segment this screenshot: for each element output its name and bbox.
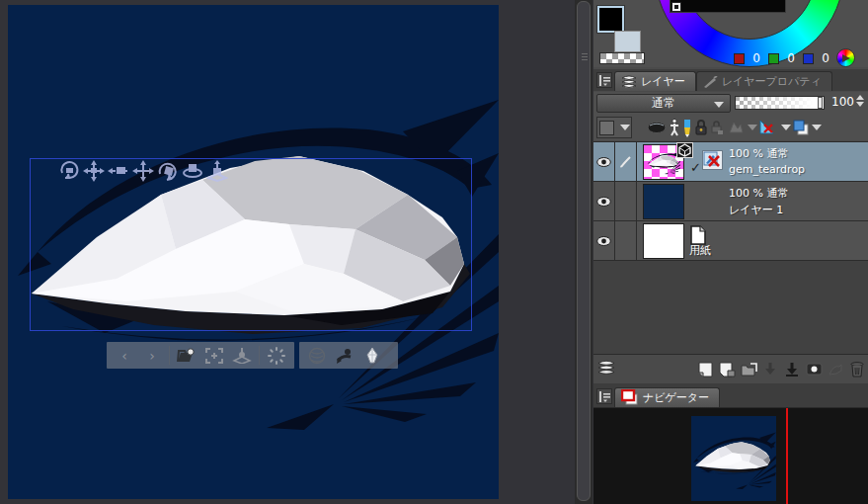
tab-layers[interactable]: レイヤー (614, 71, 696, 91)
navigator-thumbnail[interactable] (691, 416, 776, 501)
material-sphere-icon[interactable] (303, 344, 331, 367)
blend-mode-select[interactable]: 通常 (596, 94, 731, 113)
panel-menu-icon[interactable] (596, 388, 612, 404)
object-manipulation-bar (57, 159, 229, 183)
visibility-toggle[interactable] (593, 182, 615, 221)
green-value: 0 (785, 51, 797, 65)
chevron-down-icon (714, 102, 724, 108)
chevron-down-icon (781, 125, 791, 130)
layer-name: レイヤー 1 (729, 203, 783, 217)
check-icon: ✓ (690, 160, 701, 175)
lock-transparent-pixels-icon[interactable] (710, 117, 724, 138)
clip-studio-window: ‹ › (0, 0, 868, 504)
cannot-draw-badge (702, 150, 723, 170)
spin-up-icon[interactable] (856, 95, 864, 100)
blue-channel-swatch (803, 53, 814, 64)
layer-row-gem-teardrop[interactable]: ✓ 100 % 通常 gem_teardrop (593, 142, 868, 182)
visibility-toggle[interactable] (593, 142, 615, 182)
tab-navigator[interactable]: ナビゲーター (614, 387, 720, 407)
blend-opacity-row: 通常 100 (593, 92, 868, 115)
navigator-view[interactable] (593, 407, 868, 504)
drop-to-ground-icon[interactable] (228, 344, 256, 367)
tab-layer-property-label: レイヤープロパティ (722, 74, 822, 89)
layer-name: gem_teardrop (729, 163, 805, 176)
divider (169, 346, 170, 365)
layer-color-button[interactable] (793, 117, 822, 138)
red-channel-swatch (734, 53, 745, 64)
layer-row-layer1[interactable]: 100 % 通常 レイヤー 1 (593, 182, 868, 221)
opacity-spinner[interactable] (856, 95, 864, 107)
layer-row-paper[interactable]: 用紙 (593, 221, 868, 261)
layer-thumbnail[interactable] (643, 223, 684, 259)
color-wheel-button[interactable] (836, 48, 855, 67)
new-folder-button[interactable] (739, 360, 758, 379)
opacity-value: 100 (829, 95, 854, 109)
layer-meta: 100 % 通常 (729, 186, 788, 201)
delete-layer-button[interactable] (847, 360, 867, 379)
panel-menu-icon[interactable] (596, 72, 612, 88)
merge-down-button[interactable] (782, 360, 802, 379)
layers-panel: レイヤー レイヤープロパティ 通常 100 (593, 67, 868, 383)
blend-mode-value: 通常 (652, 95, 675, 112)
transfer-down-button[interactable] (760, 360, 780, 379)
sub-color-swatch[interactable] (614, 31, 641, 52)
tab-layer-property[interactable]: レイヤープロパティ (696, 71, 832, 91)
object-ground-icon[interactable] (205, 159, 229, 183)
palette-color-button[interactable] (596, 117, 632, 138)
saturation-value-square[interactable] (670, 0, 786, 13)
object-roll-icon[interactable] (181, 159, 204, 183)
new-layer-button[interactable] (695, 360, 715, 379)
canvas-document[interactable]: ‹ › (8, 5, 499, 499)
navigator-gem-art (691, 416, 776, 501)
main-color-swatch[interactable] (597, 6, 624, 33)
blue-value: 0 (820, 51, 831, 65)
layer-property-icon (703, 76, 718, 88)
gem-light-icon[interactable] (358, 344, 386, 367)
mannequin-icon[interactable] (669, 117, 680, 138)
layer-thumbnail[interactable] (643, 184, 684, 219)
visibility-toggle[interactable] (593, 221, 615, 261)
camera-zoom-icon[interactable] (107, 159, 130, 183)
enable-mask-button[interactable] (726, 117, 757, 138)
apply-mask-button[interactable] (826, 360, 845, 379)
chevron-down-icon (620, 125, 630, 130)
layer-list: ✓ 100 % 通常 gem_teardrop 100 % 通常 レイヤー 1 (593, 141, 868, 354)
palette-color-swatch (599, 121, 614, 135)
clipping-ellipse-icon[interactable] (647, 117, 667, 138)
object-launcher-extra (299, 342, 398, 369)
canvas-window: ‹ › (0, 0, 592, 504)
opacity-slider-thumb[interactable] (818, 97, 823, 109)
hue-marker[interactable] (672, 3, 680, 11)
create-mask-button[interactable] (804, 360, 824, 379)
opacity-slider[interactable] (735, 96, 825, 110)
transparent-color-swatch[interactable] (599, 52, 645, 64)
import-3d-file-icon[interactable] (173, 344, 200, 367)
prev-object-button[interactable]: ‹ (111, 344, 138, 367)
object-rotate-icon[interactable] (156, 159, 180, 183)
layer-thumbnail[interactable] (643, 144, 684, 180)
canvas-vertical-scrollbar[interactable] (575, 0, 592, 504)
camera-pan-icon[interactable] (82, 159, 106, 183)
highlighter-pen-icon[interactable] (682, 117, 692, 138)
right-dock: 0 0 0 レイヤー レイヤープロパティ (593, 0, 868, 504)
layers-footer (593, 354, 868, 383)
layer-name: 用紙 (689, 243, 711, 258)
ruler-button[interactable] (759, 117, 791, 138)
object-pan-icon[interactable] (131, 159, 155, 183)
eye-icon (596, 197, 611, 207)
layers-count-icon (597, 360, 615, 378)
camera-rotate-icon[interactable] (57, 159, 81, 183)
new-layer-dialog-button[interactable] (717, 360, 737, 379)
layer-meta: 100 % 通常 (729, 146, 788, 161)
object-launcher-main: ‹ › (107, 342, 294, 369)
navigator-icon (621, 389, 639, 406)
spin-down-icon[interactable] (856, 102, 864, 107)
pose-reset-icon[interactable] (331, 344, 358, 367)
tab-layers-label: レイヤー (641, 74, 685, 89)
fit-to-view-icon[interactable] (200, 344, 228, 367)
lock-icon[interactable] (694, 117, 708, 138)
object-selection-box (30, 158, 472, 331)
next-object-button[interactable]: › (138, 344, 166, 367)
scrollbar-thumb[interactable] (577, 1, 591, 501)
light-rotation-icon[interactable] (263, 344, 290, 367)
